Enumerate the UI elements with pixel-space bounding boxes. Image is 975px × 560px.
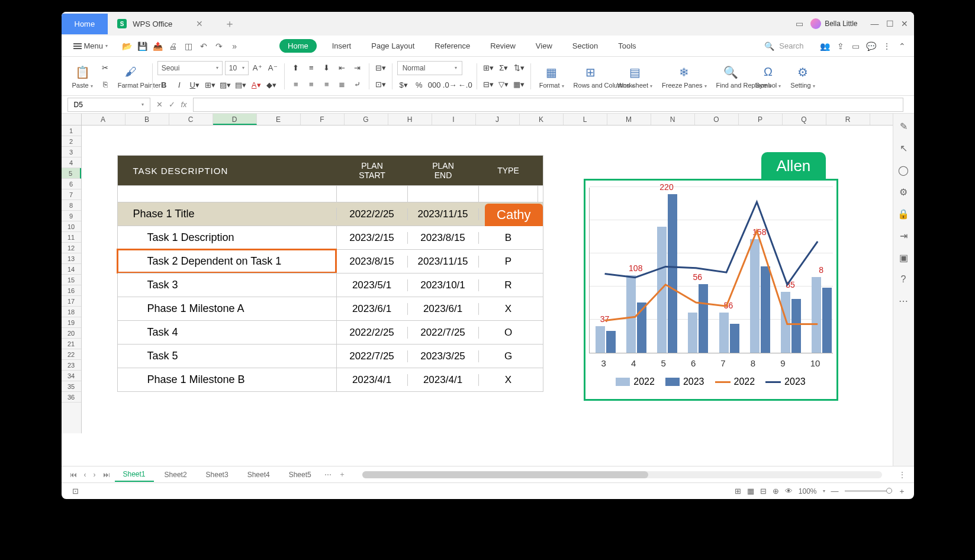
rows-cols-button[interactable]: ⊞ Rows and Columns ▾ <box>570 64 612 89</box>
freeze-panes-button[interactable]: ❄ Freeze Panes ▾ <box>658 64 710 89</box>
row-header[interactable]: 12 <box>62 243 81 253</box>
scroll-settings-icon[interactable]: ⋮ <box>896 471 908 479</box>
kebab-icon[interactable]: ⋮ <box>882 41 892 51</box>
tab-tools[interactable]: Tools <box>613 39 641 53</box>
merge-center-icon[interactable]: ⊡▾ <box>374 78 387 91</box>
view-center-icon[interactable]: ⊕ <box>773 487 779 495</box>
col-header[interactable]: F <box>301 114 345 125</box>
print-icon[interactable]: 🖨 <box>168 41 178 51</box>
col-header[interactable]: Q <box>783 114 826 125</box>
select-icon[interactable]: ↖ <box>900 143 908 154</box>
find-replace-button[interactable]: 🔍 Find and Replace ▾ <box>713 64 749 89</box>
close-tab-icon[interactable]: ✕ <box>196 19 203 28</box>
home-tab[interactable]: Home <box>62 14 108 34</box>
row-header[interactable]: 15 <box>62 275 81 285</box>
align-top-icon[interactable]: ⬆ <box>289 62 303 75</box>
col-header[interactable]: C <box>169 114 213 125</box>
zoom-slider[interactable] <box>845 490 892 492</box>
last-sheet-icon[interactable]: ⏭ <box>101 471 112 479</box>
help-icon[interactable]: ? <box>901 274 906 285</box>
row-header[interactable]: 10 <box>62 221 81 232</box>
thousand-sep-icon[interactable]: 000 <box>428 79 441 92</box>
col-header[interactable]: J <box>476 114 520 125</box>
tab-reference[interactable]: Reference <box>430 39 475 53</box>
currency-icon[interactable]: $▾ <box>397 79 410 92</box>
col-header[interactable]: O <box>695 114 739 125</box>
row-header[interactable]: 13 <box>62 253 81 264</box>
row-header[interactable]: 16 <box>62 285 81 296</box>
delete-row-icon[interactable]: ⊟▾ <box>482 78 495 91</box>
minimize-icon[interactable]: — <box>871 19 879 28</box>
copy-icon[interactable]: ⎘ <box>99 78 112 91</box>
preview-icon[interactable]: ◫ <box>184 41 193 51</box>
document-tab[interactable]: S WPS Office ✕ <box>108 19 213 28</box>
tab-section[interactable]: Section <box>568 39 603 53</box>
view-grid-icon[interactable]: ▦ <box>747 487 754 495</box>
spreadsheet-grid[interactable]: A B C D E F G H I J K L M N O P Q R 1234… <box>62 114 893 466</box>
underline-button[interactable]: U▾ <box>188 79 201 92</box>
font-color-button[interactable]: A▾ <box>250 79 263 92</box>
undo-icon[interactable]: ↶ <box>199 41 208 51</box>
row-header[interactable]: 2 <box>62 136 81 147</box>
row-header[interactable]: 4 <box>62 157 81 168</box>
col-header[interactable]: A <box>82 114 126 125</box>
sort-icon[interactable]: ⇅▾ <box>513 62 526 75</box>
col-header[interactable]: N <box>651 114 695 125</box>
align-center-icon[interactable]: ≡ <box>305 78 318 91</box>
collapse-ribbon-icon[interactable]: ⌃ <box>897 41 907 51</box>
search-box[interactable]: 🔍 Search <box>764 41 803 51</box>
increase-decimal-icon[interactable]: .0→ <box>443 79 456 92</box>
share-icon[interactable]: 👥 <box>820 41 830 51</box>
tab-page-layout[interactable]: Page Layout <box>366 39 419 53</box>
col-header[interactable]: K <box>520 114 564 125</box>
worksheet-button[interactable]: ▤ Worksheet ▾ <box>614 64 656 89</box>
accept-formula-icon[interactable]: ✓ <box>169 100 175 109</box>
comment-icon[interactable]: 💬 <box>867 41 876 51</box>
save-icon[interactable]: 💾 <box>137 41 147 51</box>
logout-icon[interactable]: ⇥ <box>900 230 908 242</box>
col-header[interactable]: E <box>257 114 301 125</box>
fill-color-button[interactable]: ▨▾ <box>219 79 232 92</box>
insert-row-icon[interactable]: ⊞▾ <box>482 62 495 75</box>
row-header[interactable]: 36 <box>62 392 81 403</box>
row-header[interactable]: 8 <box>62 200 81 211</box>
view-page-icon[interactable]: ⊟ <box>760 487 767 495</box>
row-header[interactable]: 20 <box>62 328 81 339</box>
tab-review[interactable]: Review <box>485 39 520 53</box>
col-header[interactable]: M <box>607 114 651 125</box>
row-header[interactable]: 9 <box>62 211 81 221</box>
select-all-corner[interactable] <box>62 114 82 125</box>
next-sheet-icon[interactable]: › <box>91 471 98 479</box>
menu-button[interactable]: Menu ▾ <box>69 39 113 53</box>
table-icon[interactable]: ▦▾ <box>513 78 526 91</box>
prev-sheet-icon[interactable]: ‹ <box>82 471 89 479</box>
row-header[interactable]: 7 <box>62 189 81 200</box>
col-header[interactable]: H <box>388 114 432 125</box>
cut-icon[interactable]: ✂ <box>99 62 112 75</box>
sheet-tab[interactable]: Sheet3 <box>198 468 237 481</box>
more-icon[interactable]: ⋯ <box>899 295 908 307</box>
align-bottom-icon[interactable]: ⬇ <box>320 62 333 75</box>
layer-icon[interactable]: ▣ <box>899 252 908 263</box>
chart[interactable]: 371082205656158858 345678910 2022 2023 2… <box>584 179 838 401</box>
tab-home[interactable]: Home <box>279 39 317 53</box>
row-header[interactable]: 34 <box>62 371 81 381</box>
italic-button[interactable]: I <box>173 79 186 92</box>
setting-button[interactable]: ⚙ Setting ▾ <box>787 64 818 89</box>
export-icon[interactable]: 📤 <box>153 41 162 51</box>
col-header[interactable]: I <box>432 114 476 125</box>
col-header[interactable]: R <box>826 114 870 125</box>
lock-icon[interactable]: 🔒 <box>897 208 909 220</box>
shape-icon[interactable]: ◯ <box>898 165 909 176</box>
row-header[interactable]: 21 <box>62 339 81 349</box>
decrease-indent-icon[interactable]: ⇤ <box>336 62 349 75</box>
col-header[interactable]: L <box>564 114 607 125</box>
decrease-font-icon[interactable]: A⁻ <box>266 62 279 75</box>
percent-icon[interactable]: % <box>413 79 426 92</box>
sheet-tab[interactable]: Sheet5 <box>281 468 320 481</box>
filter-icon[interactable]: ▽▾ <box>497 78 510 91</box>
first-sheet-icon[interactable]: ⏮ <box>67 471 79 479</box>
row-header[interactable]: 3 <box>62 147 81 157</box>
symbol-button[interactable]: Ω Symbol ▾ <box>752 64 785 89</box>
zoom-level[interactable]: 100% <box>799 487 817 495</box>
